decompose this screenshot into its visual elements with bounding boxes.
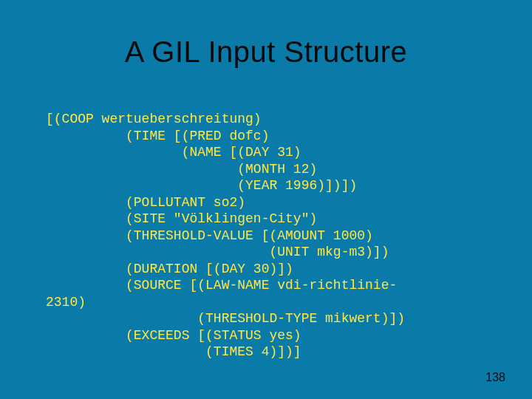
code-line: (TIMES 4)])] bbox=[46, 344, 301, 359]
code-line: (POLLUTANT so2) bbox=[46, 195, 245, 210]
code-line: (YEAR 1996)])]) bbox=[46, 178, 357, 193]
code-line: (DURATION [(DAY 30)]) bbox=[46, 262, 293, 276]
code-line: (THRESHOLD-TYPE mikwert)]) bbox=[46, 311, 405, 326]
code-line: (SOURCE [(LAW-NAME vdi-richtlinie- bbox=[46, 278, 397, 293]
code-line: (SITE "Völklingen-City") bbox=[46, 211, 317, 226]
code-line: (NAME [(DAY 31) bbox=[46, 145, 301, 160]
code-line: (THRESHOLD-VALUE [(AMOUNT 1000) bbox=[46, 228, 373, 243]
code-block: [(COOP wertueberschreitung) (TIME [(PRED… bbox=[46, 111, 502, 361]
code-line: (UNIT mkg-m3)]) bbox=[46, 245, 389, 259]
code-line: 2310) bbox=[46, 295, 86, 310]
code-line: (MONTH 12) bbox=[46, 162, 317, 177]
slide: A GIL Input Structure [(COOP wertuebersc… bbox=[0, 0, 532, 399]
code-line: (EXCEEDS [(STATUS yes) bbox=[46, 328, 301, 343]
code-line: [(COOP wertueberschreitung) bbox=[46, 112, 262, 126]
page-number: 138 bbox=[485, 371, 505, 384]
code-line: (TIME [(PRED dofc) bbox=[46, 129, 269, 143]
slide-title: A GIL Input Structure bbox=[0, 35, 532, 69]
